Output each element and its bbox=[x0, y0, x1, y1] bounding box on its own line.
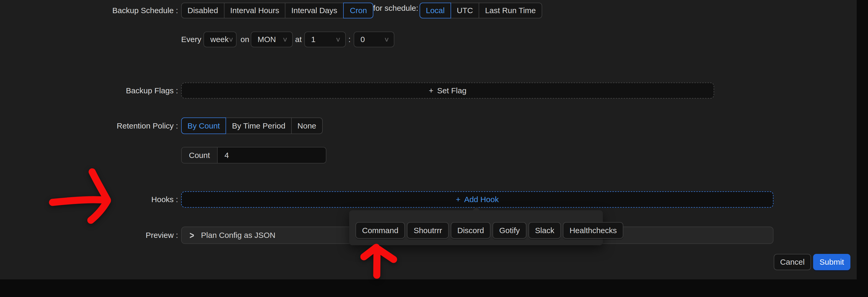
retention-option-none[interactable]: None bbox=[292, 117, 323, 134]
count-addon-label: Count bbox=[182, 147, 218, 163]
preview-label: Preview : bbox=[79, 226, 178, 244]
plan-config-json-header: Plan Config as JSON bbox=[201, 231, 275, 240]
retention-group: By Count By Time Period None bbox=[181, 117, 323, 134]
count-input-group: Count bbox=[181, 147, 327, 163]
backup-schedule-label: Backup Schedule : bbox=[79, 3, 178, 19]
retention-option-by-time-period[interactable]: By Time Period bbox=[226, 117, 291, 134]
cron-minute-value: 0 bbox=[361, 35, 365, 44]
schedule-option-interval-hours[interactable]: Interval Hours bbox=[224, 3, 286, 19]
retention-policy-label: Retention Policy : bbox=[79, 117, 178, 134]
chevron-down-icon: ∨ bbox=[228, 36, 234, 43]
clock-option-utc[interactable]: UTC bbox=[451, 3, 479, 19]
hooks-label: Hooks : bbox=[79, 191, 178, 208]
clock-option-last-run-time[interactable]: Last Run Time bbox=[479, 3, 542, 19]
cron-hour-select[interactable]: 1 ∨ bbox=[304, 31, 346, 47]
cron-frequency-select[interactable]: week ∨ bbox=[204, 31, 237, 47]
chevron-right-icon: > bbox=[190, 230, 194, 241]
submit-button[interactable]: Submit bbox=[813, 254, 850, 270]
count-input[interactable] bbox=[218, 147, 326, 163]
cron-at-label: at bbox=[295, 31, 302, 47]
cron-frequency-value: week bbox=[210, 35, 229, 44]
schedule-option-cron[interactable]: Cron bbox=[343, 3, 373, 19]
bottom-black-bar bbox=[0, 279, 868, 297]
hook-type-slack[interactable]: Slack bbox=[529, 222, 561, 239]
chevron-down-icon: ∨ bbox=[335, 36, 341, 43]
cron-day-value: MON bbox=[257, 35, 276, 44]
add-hook-button-label: Add Hook bbox=[464, 195, 499, 204]
cron-time-separator: : bbox=[348, 31, 350, 47]
clock-option-local[interactable]: Local bbox=[420, 3, 451, 19]
plus-icon: + bbox=[429, 86, 433, 95]
hook-type-gotify[interactable]: Gotify bbox=[493, 222, 526, 239]
hook-type-command[interactable]: Command bbox=[355, 222, 405, 239]
hook-type-healthchecks[interactable]: Healthchecks bbox=[563, 222, 623, 239]
add-hook-button[interactable]: + Add Hook bbox=[181, 191, 773, 208]
set-flag-button[interactable]: + Set Flag bbox=[181, 83, 714, 99]
cron-minute-select[interactable]: 0 ∨ bbox=[354, 31, 394, 47]
hook-type-menu: Command Shoutrrr Discord Gotify Slack He… bbox=[349, 210, 603, 245]
plan-form-screen: Backup Schedule : Disabled Interval Hour… bbox=[0, 0, 868, 297]
cancel-button[interactable]: Cancel bbox=[774, 254, 811, 270]
form-content-area: Backup Schedule : Disabled Interval Hour… bbox=[0, 0, 857, 279]
plus-icon: + bbox=[456, 195, 461, 204]
backup-flags-label: Backup Flags : bbox=[79, 83, 178, 99]
chevron-down-icon: ∨ bbox=[384, 36, 390, 43]
cron-hour-value: 1 bbox=[311, 35, 316, 44]
schedule-option-interval-days[interactable]: Interval Days bbox=[285, 3, 343, 19]
backup-schedule-group: Disabled Interval Hours Interval Days Cr… bbox=[181, 3, 373, 19]
retention-option-by-count[interactable]: By Count bbox=[181, 117, 226, 134]
hook-type-discord[interactable]: Discord bbox=[451, 222, 491, 239]
hook-type-shoutrrr[interactable]: Shoutrrr bbox=[407, 222, 448, 239]
clock-group: Local UTC Last Run Time bbox=[420, 3, 542, 19]
cron-every-label: Every bbox=[181, 31, 202, 47]
schedule-option-disabled[interactable]: Disabled bbox=[181, 3, 224, 19]
cron-on-label: on bbox=[241, 31, 249, 47]
cron-day-select[interactable]: MON ∨ bbox=[251, 31, 293, 47]
chevron-down-icon: ∨ bbox=[282, 36, 288, 43]
set-flag-button-label: Set Flag bbox=[437, 86, 467, 95]
